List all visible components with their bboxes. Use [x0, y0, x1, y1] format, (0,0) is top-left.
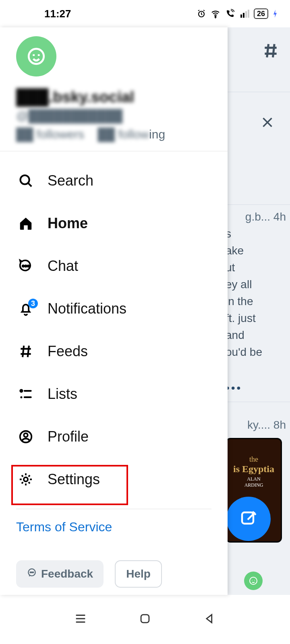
app-area: g.b... 4h s ake ut ey all in the ft. jus…	[0, 27, 290, 595]
divider	[226, 92, 290, 92]
status-icons: 26	[197, 8, 278, 19]
svg-point-15	[21, 390, 22, 392]
feedback-button[interactable]: Feedback	[16, 560, 104, 588]
nav-label: Home	[48, 215, 88, 232]
hash-icon	[18, 344, 34, 359]
profile-stats[interactable]: ██ followers ██ following	[16, 128, 211, 141]
recents-button[interactable]	[74, 612, 87, 627]
profile-icon	[18, 429, 34, 444]
home-button[interactable]	[138, 612, 152, 627]
feedback-label: Feedback	[41, 568, 93, 580]
wifi-icon	[210, 9, 221, 19]
nav-label: Notifications	[48, 300, 126, 317]
nav-home[interactable]: Home	[0, 202, 228, 245]
wifi-call-icon	[225, 9, 235, 19]
nav-lists[interactable]: Lists	[0, 373, 228, 415]
system-nav-bar	[0, 595, 290, 644]
avatar[interactable]	[16, 36, 56, 76]
book-line: the	[227, 455, 281, 464]
nav-label: Settings	[48, 471, 100, 488]
svg-point-8	[29, 49, 44, 64]
battery-percent: 26	[257, 10, 265, 18]
help-label: Help	[126, 568, 151, 580]
nav-label: Profile	[48, 428, 89, 445]
svg-point-18	[24, 477, 28, 481]
post-body: s ake ut ey all in the ft. just and ou'd…	[226, 225, 286, 361]
status-time: 11:27	[44, 8, 71, 20]
nav-chat[interactable]: Chat	[0, 245, 228, 287]
status-bar: 11:27 26	[0, 0, 290, 27]
nav-label: Search	[48, 172, 93, 189]
signal-icon	[239, 9, 250, 19]
svg-point-9	[21, 175, 29, 184]
more-dots-icon[interactable]: •••	[226, 382, 242, 394]
help-button[interactable]: Help	[115, 560, 162, 588]
profile-at-handle: @███████████	[16, 109, 211, 123]
svg-rect-23	[141, 615, 149, 623]
svg-rect-5	[248, 10, 249, 18]
navigation-drawer: ███.bsky.social @███████████ ██ follower…	[0, 27, 228, 595]
divider	[226, 402, 290, 402]
lists-icon	[18, 386, 34, 402]
compose-button[interactable]	[226, 497, 271, 541]
footer-links: Terms of Service	[0, 513, 228, 535]
svg-point-11	[25, 265, 27, 267]
nav-search[interactable]: Search	[0, 159, 228, 202]
profile-handle[interactable]: ███.bsky.social	[16, 89, 211, 106]
chat-icon	[27, 568, 37, 581]
svg-point-12	[27, 265, 29, 267]
mini-avatar[interactable]	[244, 572, 263, 590]
feed-post-fragment: g.b... 4h s ake ut ey all in the ft. jus…	[226, 208, 286, 361]
footer-buttons: Feedback Help	[16, 560, 162, 588]
nav-label: Chat	[48, 258, 78, 275]
svg-point-1	[215, 16, 216, 17]
svg-point-7	[250, 577, 257, 584]
svg-point-14	[20, 396, 22, 398]
notification-badge: 3	[28, 299, 38, 308]
svg-rect-3	[243, 13, 244, 18]
svg-rect-2	[240, 14, 242, 18]
back-button[interactable]	[203, 612, 216, 627]
svg-point-22	[33, 572, 33, 572]
book-line: is Egyptia	[227, 464, 281, 475]
bell-icon: 3	[18, 301, 34, 316]
divider	[226, 204, 290, 205]
svg-point-21	[31, 572, 32, 572]
close-icon[interactable]	[260, 115, 275, 131]
book-line: ALAN ARDING	[227, 476, 281, 488]
home-icon	[18, 216, 34, 231]
svg-point-17	[24, 433, 28, 437]
svg-rect-4	[245, 11, 247, 18]
nav-profile[interactable]: Profile	[0, 415, 228, 458]
charging-icon	[272, 9, 278, 19]
alarm-icon	[197, 9, 206, 19]
drawer-header: ███.bsky.social @███████████ ██ follower…	[0, 27, 228, 151]
following-count[interactable]: ██ following	[98, 128, 166, 141]
terms-link[interactable]: Terms of Service	[16, 520, 112, 534]
search-icon	[18, 173, 34, 188]
gear-icon	[18, 472, 34, 487]
nav-feeds[interactable]: Feeds	[0, 330, 228, 373]
post2-meta: ky.... 8h	[226, 419, 286, 431]
nav-label: Feeds	[48, 343, 88, 360]
nav-notifications[interactable]: 3 Notifications	[0, 287, 228, 330]
nav-label: Lists	[48, 386, 77, 402]
nav-settings[interactable]: Settings	[0, 458, 228, 501]
svg-point-10	[23, 265, 24, 267]
hash-icon[interactable]	[262, 42, 280, 61]
battery-indicator: 26	[254, 8, 268, 19]
chat-icon	[18, 258, 34, 274]
svg-point-20	[30, 572, 31, 572]
nav-list: Search Home Chat 3 Notifications	[0, 151, 228, 505]
post-meta: g.b... 4h	[226, 208, 286, 225]
divider	[16, 509, 211, 509]
svg-rect-6	[242, 512, 253, 524]
followers-count[interactable]: ██ followers	[16, 128, 84, 141]
